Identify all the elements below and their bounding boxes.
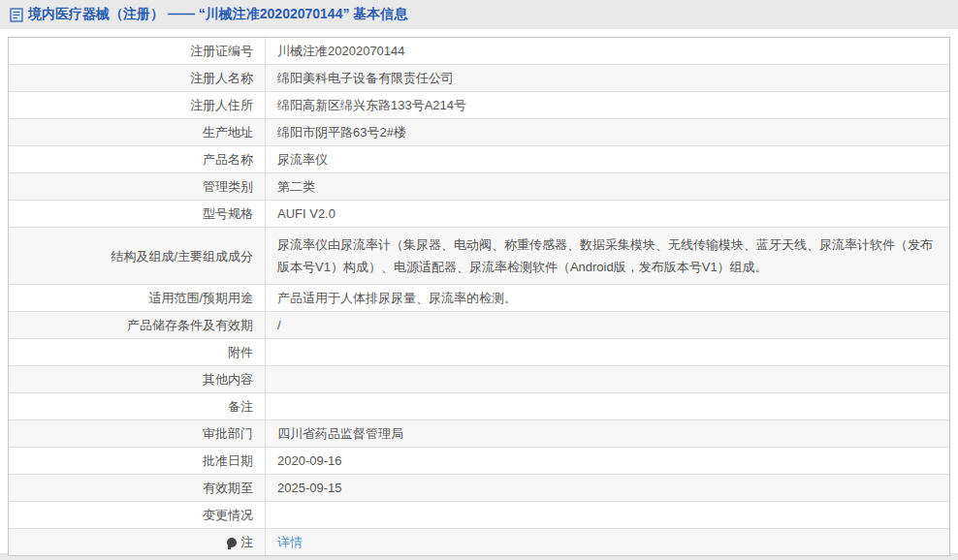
table-row: 审批部门四川省药品监督管理局 xyxy=(9,420,949,448)
content-area: 注册证编号川械注准20202070144注册人名称绵阳美科电子设备有限责任公司注… xyxy=(0,29,958,553)
row-label: 其他内容 xyxy=(9,366,266,393)
table-row: 结构及组成/主要组成成分尿流率仪由尿流率计（集尿器、电动阀、称重传感器、数据采集… xyxy=(9,228,949,285)
row-label: 备注 xyxy=(9,393,266,420)
row-value: 绵阳美科电子设备有限责任公司 xyxy=(266,65,950,92)
row-value: 详情 xyxy=(266,529,950,556)
details-link[interactable]: 详情 xyxy=(277,535,303,549)
table-row: 生产地址绵阳市阴平路63号2#楼 xyxy=(9,119,949,146)
row-label: 管理类别 xyxy=(9,173,266,201)
row-label: 审批部门 xyxy=(9,420,266,448)
row-label: 注册证编号 xyxy=(9,38,266,65)
row-value: AUFI V2.0 xyxy=(266,201,950,228)
row-label: 适用范围/预期用途 xyxy=(9,285,266,312)
table-row: 变更情况 xyxy=(9,502,949,529)
table-row: 管理类别第二类 xyxy=(9,173,949,201)
row-value: 绵阳高新区绵兴东路133号A214号 xyxy=(266,92,950,119)
row-value: 尿流率仪由尿流率计（集尿器、电动阀、称重传感器、数据采集模块、无线传输模块、蓝牙… xyxy=(266,228,950,285)
row-value xyxy=(266,366,950,393)
table-row: 型号规格AUFI V2.0 xyxy=(9,201,949,228)
table-row: 注册人名称绵阳美科电子设备有限责任公司 xyxy=(9,65,949,92)
row-value xyxy=(266,502,950,529)
row-label: 注 xyxy=(9,529,266,556)
registration-table-body: 注册证编号川械注准20202070144注册人名称绵阳美科电子设备有限责任公司注… xyxy=(9,38,949,555)
page-header: 境内医疗器械（注册） —— “川械注准20202070144” 基本信息 xyxy=(0,0,958,29)
table-row: 产品名称尿流率仪 xyxy=(9,146,949,173)
table-row: 注册证编号川械注准20202070144 xyxy=(9,38,949,65)
row-label: 产品名称 xyxy=(9,146,266,173)
row-value xyxy=(266,339,950,366)
row-label: 生产地址 xyxy=(9,119,266,146)
row-label: 变更情况 xyxy=(9,502,266,529)
row-value: 四川省药品监督管理局 xyxy=(266,420,950,448)
row-label: 注册人住所 xyxy=(9,92,266,119)
row-value: 绵阳市阴平路63号2#楼 xyxy=(266,119,950,146)
table-row: 备注 xyxy=(9,393,949,420)
row-value: 2025-09-15 xyxy=(266,475,950,502)
row-label: 结构及组成/主要组成成分 xyxy=(9,228,266,285)
row-value: 尿流率仪 xyxy=(266,146,950,173)
note-balloon-icon xyxy=(227,538,237,547)
row-value: 川械注准20202070144 xyxy=(266,38,950,65)
row-label: 附件 xyxy=(9,339,266,366)
row-value: / xyxy=(266,312,950,339)
row-value xyxy=(266,393,950,420)
registration-info-table: 注册证编号川械注准20202070144注册人名称绵阳美科电子设备有限责任公司注… xyxy=(8,37,950,556)
table-row: 产品储存条件及有效期/ xyxy=(9,312,949,339)
table-row: 其他内容 xyxy=(9,366,949,393)
table-row: 注册人住所绵阳高新区绵兴东路133号A214号 xyxy=(9,92,949,119)
row-value: 第二类 xyxy=(266,173,950,201)
table-row: 有效期至2025-09-15 xyxy=(9,475,949,502)
table-row: 批准日期2020-09-16 xyxy=(9,448,949,475)
row-label: 型号规格 xyxy=(9,201,266,228)
table-row: 注详情 xyxy=(9,529,949,556)
row-value: 2020-09-16 xyxy=(266,448,950,475)
row-value: 产品适用于人体排尿尿量、尿流率的检测。 xyxy=(266,285,950,312)
row-label: 有效期至 xyxy=(9,475,266,502)
row-label: 注册人名称 xyxy=(9,65,266,92)
document-icon xyxy=(10,8,23,22)
table-row: 适用范围/预期用途产品适用于人体排尿尿量、尿流率的检测。 xyxy=(9,285,949,312)
table-row: 附件 xyxy=(9,339,949,366)
row-label: 产品储存条件及有效期 xyxy=(9,312,266,339)
page-title: 境内医疗器械（注册） —— “川械注准20202070144” 基本信息 xyxy=(28,6,407,23)
row-label: 批准日期 xyxy=(9,448,266,475)
